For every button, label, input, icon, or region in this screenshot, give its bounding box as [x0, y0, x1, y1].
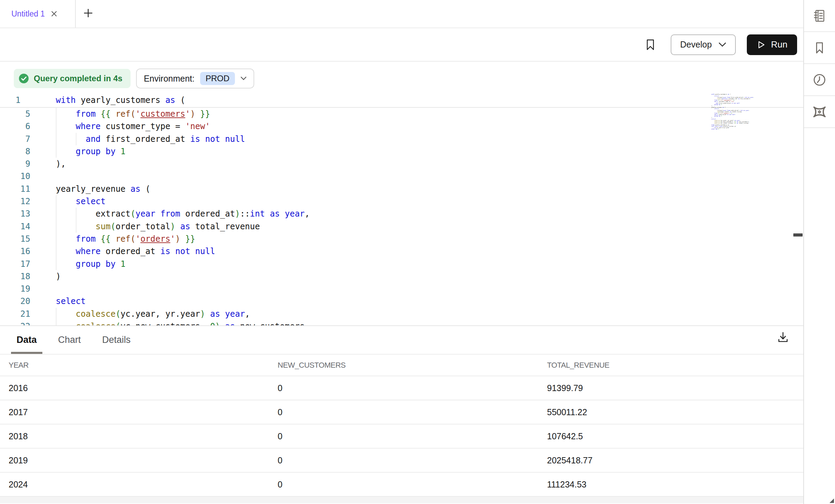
table-row: 2016091399.79: [0, 376, 803, 400]
code-token: yearly_customers: [76, 95, 165, 105]
code-line[interactable]: 6 where customer_type = 'new': [0, 120, 803, 133]
code-token: group by: [76, 147, 116, 156]
code-line-content: select: [37, 195, 106, 208]
results-tab-chart[interactable]: Chart: [53, 326, 86, 354]
line-number: 18: [0, 270, 37, 283]
code-line-content: select: [37, 295, 86, 307]
bookmark-icon: [645, 39, 656, 51]
code-token: [205, 309, 210, 319]
indent-guide: [76, 208, 76, 220]
line-number: 14: [0, 220, 37, 233]
code-token: ,: [245, 309, 250, 319]
code-token: [220, 322, 225, 325]
results-tab-data[interactable]: Data: [11, 326, 42, 354]
sidebar-item-history[interactable]: [804, 64, 835, 96]
code-line-content: sum(order_total) as total_revenue: [37, 220, 260, 233]
code-token: (: [724, 107, 725, 108]
code-line[interactable]: 19: [0, 283, 803, 295]
code-token: year: [750, 96, 753, 98]
code-token: year: [285, 209, 305, 219]
table-row: 20240111234.53: [0, 473, 803, 497]
new-tab-button[interactable]: [76, 0, 101, 28]
code-token: ): [170, 222, 175, 231]
code-lines[interactable]: 5 from {{ ref('customers') }}6 where cus…: [0, 108, 803, 325]
download-button[interactable]: [776, 331, 790, 345]
code-token: year: [135, 209, 155, 219]
code-token: from: [76, 234, 96, 244]
code-token: ,: [305, 209, 310, 219]
code-line[interactable]: 21 coalesce(yc.year, yr.year) as year,: [0, 308, 803, 320]
code-line[interactable]: 16 where ordered_at is not null: [0, 245, 803, 258]
code-token: with: [56, 95, 76, 105]
code-line[interactable]: 9),: [0, 158, 803, 170]
code-token: ): [215, 322, 220, 325]
code-line[interactable]: 17 group by 1: [0, 258, 803, 270]
environment-value-pill: PROD: [200, 72, 235, 85]
code-line[interactable]: 18): [0, 270, 803, 283]
code-token: ': [185, 109, 190, 119]
tab-bar: Untitled 1: [0, 0, 803, 28]
code-line[interactable]: 8 group by 1: [0, 145, 803, 158]
code-token: sum: [96, 222, 111, 231]
develop-button[interactable]: Develop: [671, 34, 736, 55]
indent-guide: [56, 258, 56, 270]
code-token: [155, 209, 160, 219]
indent-guide: [56, 308, 56, 320]
table-cell: 91399.79: [538, 383, 803, 393]
code-line[interactable]: 12 select: [0, 195, 803, 208]
column-header: TOTAL_REVENUE: [538, 361, 803, 370]
app-logo-icon: [812, 104, 827, 120]
code-token: {{: [101, 109, 111, 119]
code-token: [175, 222, 180, 231]
sidebar-item-notebook[interactable]: [804, 0, 835, 32]
code-line[interactable]: 1with yearly_customers as (: [0, 94, 803, 108]
code-line[interactable]: 14 sum(order_total) as total_revenue: [0, 220, 803, 233]
code-token: first_ordered_at: [101, 134, 190, 144]
horizontal-scrollbar[interactable]: [0, 497, 803, 503]
code-line[interactable]: 20select: [0, 295, 803, 307]
code-token: ),: [56, 159, 66, 169]
minimap[interactable]: with yearly_customers as ( select extrac…: [711, 94, 763, 133]
code-token: is not null: [732, 102, 740, 104]
sql-editor[interactable]: 1with yearly_customers as ( 5 from {{ re…: [0, 94, 803, 325]
line-number: 8: [0, 145, 37, 158]
minimap-line: order by 1: [711, 128, 763, 130]
code-line[interactable]: 5 from {{ ref('customers') }}: [0, 108, 803, 120]
run-button[interactable]: Run: [747, 34, 797, 55]
table-cell: 2025418.77: [538, 455, 803, 465]
code-token: }}: [200, 109, 210, 119]
code-line[interactable]: 11yearly_revenue as (: [0, 183, 803, 195]
close-icon[interactable]: [50, 10, 58, 18]
table-row: 201902025418.77: [0, 449, 803, 473]
resize-grip-icon[interactable]: [829, 498, 834, 503]
code-token: [180, 234, 185, 244]
code-line[interactable]: 15 from {{ ref('orders') }}: [0, 233, 803, 245]
results-tab-details[interactable]: Details: [97, 326, 136, 354]
environment-selector[interactable]: Environment: PROD: [136, 69, 254, 88]
code-line[interactable]: 7 and first_ordered_at is not null: [0, 133, 803, 145]
code-token: 1: [721, 104, 722, 105]
code-token: where: [76, 122, 101, 131]
code-line[interactable]: 13 extract(year from ordered_at)::int as…: [0, 208, 803, 220]
code-line[interactable]: 10: [0, 170, 803, 182]
code-token: [195, 109, 200, 119]
sticky-code-line[interactable]: 1with yearly_customers as (: [0, 94, 803, 108]
code-line-content: ),: [37, 158, 66, 170]
code-token: [56, 246, 76, 256]
code-token: orders: [141, 234, 171, 244]
code-line-content: where customer_type = 'new': [37, 120, 210, 133]
indent-guide: [56, 208, 56, 220]
line-number: 6: [0, 120, 37, 133]
scrollbar-thumb[interactable]: [793, 233, 803, 237]
tab-untitled-1[interactable]: Untitled 1: [0, 0, 76, 28]
code-token: group by: [714, 104, 720, 105]
bookmark-button[interactable]: [645, 39, 656, 51]
code-token: year: [225, 309, 245, 319]
indent-guide: [56, 145, 56, 158]
code-token: ): [200, 309, 205, 319]
code-line[interactable]: 22 coalesce(yc.new_customers, 0) as new_…: [0, 320, 803, 325]
code-token: ::: [240, 209, 250, 219]
sidebar-item-bookmarks[interactable]: [804, 32, 835, 64]
sidebar-item-app-logo[interactable]: [804, 96, 835, 128]
table-cell: 0: [269, 431, 538, 441]
